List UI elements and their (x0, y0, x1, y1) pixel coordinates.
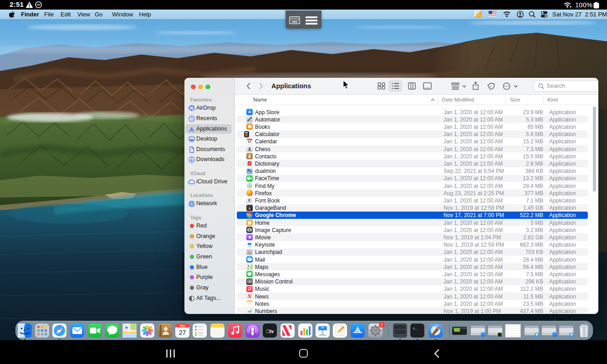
svg-text:tv: tv (266, 329, 274, 334)
svg-text:17: 17 (248, 140, 251, 144)
svg-text:27: 27 (179, 329, 186, 336)
svg-text:A: A (249, 162, 251, 165)
svg-text:>_: >_ (413, 326, 417, 330)
svg-text:NOV: NOV (180, 324, 185, 327)
